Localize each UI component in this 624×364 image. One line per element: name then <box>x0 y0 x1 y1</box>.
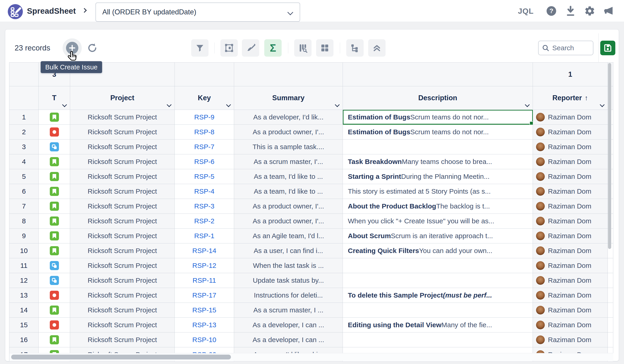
description-cell[interactable] <box>343 139 533 154</box>
column-menu-chevron-icon[interactable] <box>600 102 605 107</box>
project-cell[interactable]: Ricksoft Scrum Project <box>70 273 175 288</box>
issue-type-cell[interactable] <box>39 333 70 347</box>
project-cell[interactable]: Ricksoft Scrum Project <box>70 333 175 347</box>
project-cell[interactable]: Ricksoft Scrum Project <box>70 303 175 318</box>
key-cell[interactable]: RSP-13 <box>175 318 234 333</box>
summary-cell[interactable]: As an Agile team, I'd l... <box>234 229 343 243</box>
key-cell[interactable]: RSP-2 <box>175 214 234 229</box>
header-corner-cell[interactable] <box>9 86 39 110</box>
refresh-button[interactable] <box>87 43 98 53</box>
project-cell[interactable]: Ricksoft Scrum Project <box>70 169 175 184</box>
description-cell[interactable]: This story is estimated at 5 Story Point… <box>343 184 533 199</box>
issue-key-link[interactable]: RSP-12 <box>192 262 216 269</box>
project-cell[interactable]: Ricksoft Scrum Project <box>70 199 175 214</box>
summary-cell[interactable]: Instructions for deleti... <box>234 288 343 303</box>
horizontal-scrollbar[interactable] <box>11 355 231 360</box>
description-cell[interactable]: Estimation of Bugs Scrum teams do not no… <box>343 110 533 125</box>
reporter-cell[interactable]: Raziman Dom <box>533 139 608 154</box>
reporter-cell[interactable]: Raziman Dom <box>533 125 608 139</box>
key-cell[interactable]: RSP-5 <box>175 169 234 184</box>
description-cell[interactable] <box>343 333 533 347</box>
description-cell[interactable] <box>343 273 533 288</box>
reporter-cell[interactable]: Raziman Dom <box>533 243 608 258</box>
issue-key-link[interactable]: RSP-17 <box>192 291 216 299</box>
key-cell[interactable]: RSP-15 <box>175 303 234 318</box>
saved-filter-select[interactable]: All (ORDER BY updatedDate) <box>96 2 300 22</box>
issue-key-link[interactable]: RSP-10 <box>192 336 216 344</box>
issue-key-link[interactable]: RSP-4 <box>194 187 214 195</box>
freeze-panes-button[interactable] <box>220 39 238 57</box>
summary-cell[interactable]: As a product owner, I'... <box>234 199 343 214</box>
row-number-cell[interactable]: 15 <box>9 318 39 333</box>
column-menu-chevron-icon[interactable] <box>226 102 231 107</box>
issue-type-cell[interactable] <box>39 139 70 154</box>
card-view-button[interactable] <box>316 39 334 57</box>
description-cell[interactable]: Starting a Sprint During the Planning Me… <box>343 169 533 184</box>
summary-cell[interactable]: As a product owner, I'... <box>234 125 343 139</box>
settings-button[interactable] <box>583 0 597 22</box>
summary-cell[interactable]: As a developer, I'd lik... <box>234 110 343 125</box>
stats-cell[interactable] <box>175 63 234 86</box>
reporter-cell[interactable]: Raziman Dom <box>533 318 608 333</box>
reporter-cell[interactable]: Raziman Dom <box>533 258 608 273</box>
summary-cell[interactable]: As a user, I can find i... <box>234 243 343 258</box>
export-button[interactable] <box>564 0 577 22</box>
help-button[interactable]: ? <box>545 0 558 22</box>
row-number-cell[interactable]: 4 <box>9 154 39 169</box>
column-header-description[interactable]: Description <box>343 86 533 110</box>
reporter-cell[interactable]: Raziman Dom <box>533 184 608 199</box>
summary-cell[interactable]: As a scrum master, I ... <box>234 303 343 318</box>
row-number-cell[interactable]: 7 <box>9 199 39 214</box>
row-number-cell[interactable]: 10 <box>9 243 39 258</box>
key-cell[interactable]: RSP-11 <box>175 273 234 288</box>
issue-key-link[interactable]: RSP-11 <box>193 277 216 284</box>
row-number-cell[interactable]: 3 <box>9 139 39 154</box>
project-cell[interactable]: Ricksoft Scrum Project <box>70 318 175 333</box>
row-number-cell[interactable]: 9 <box>9 229 39 243</box>
summary-cell[interactable]: This is a sample task.... <box>234 139 343 154</box>
issue-type-cell[interactable] <box>39 303 70 318</box>
reporter-cell[interactable]: Raziman Dom <box>533 288 608 303</box>
description-cell[interactable]: When you click "+ Create Issue" you will… <box>343 214 533 229</box>
project-cell[interactable]: Ricksoft Scrum Project <box>70 139 175 154</box>
issue-type-cell[interactable] <box>39 318 70 333</box>
search-input[interactable] <box>552 44 589 52</box>
summary-cell[interactable]: As a product owner, I'... <box>234 214 343 229</box>
key-cell[interactable]: RSP-10 <box>175 333 234 347</box>
jql-button[interactable]: JQL <box>517 0 535 22</box>
reporter-cell[interactable]: Raziman Dom <box>533 110 608 125</box>
description-cell[interactable]: To delete this Sample Project (must be p… <box>343 288 533 303</box>
project-cell[interactable]: Ricksoft Scrum Project <box>70 229 175 243</box>
description-cell[interactable] <box>343 303 533 318</box>
reporter-cell[interactable]: Raziman Dom <box>533 154 608 169</box>
row-number-cell[interactable]: 16 <box>9 333 39 347</box>
conditional-format-button[interactable] <box>242 39 259 57</box>
key-cell[interactable]: RSP-3 <box>175 199 234 214</box>
key-cell[interactable]: RSP-6 <box>175 154 234 169</box>
description-cell[interactable]: Task Breakdown Many teams choose to brea… <box>343 154 533 169</box>
column-menu-chevron-icon[interactable] <box>525 102 530 107</box>
reporter-cell[interactable]: Raziman Dom <box>533 199 608 214</box>
reporter-cell[interactable]: Raziman Dom <box>533 333 608 347</box>
summary-cell[interactable]: Update task status by... <box>234 273 343 288</box>
description-cell[interactable]: Editing using the Detail View Many of th… <box>343 318 533 333</box>
issue-type-cell[interactable] <box>39 214 70 229</box>
stats-cell[interactable] <box>234 63 343 86</box>
column-header-type[interactable]: T <box>39 86 70 110</box>
issue-key-link[interactable]: RSP-15 <box>192 306 216 314</box>
issue-type-cell[interactable] <box>39 184 70 199</box>
key-cell[interactable]: RSP-14 <box>175 243 234 258</box>
reporter-cell[interactable]: Raziman Dom <box>533 273 608 288</box>
stats-corner-cell[interactable] <box>9 63 39 86</box>
description-cell[interactable]: About the Product Backlog The backlog is… <box>343 199 533 214</box>
key-cell[interactable]: RSP-9 <box>175 110 234 125</box>
stats-cell[interactable] <box>343 63 533 86</box>
key-cell[interactable]: RSP-17 <box>175 288 234 303</box>
search-field[interactable] <box>538 41 593 55</box>
issue-key-link[interactable]: RSP-13 <box>192 321 216 329</box>
column-header-reporter[interactable]: Reporter↑ <box>533 86 608 110</box>
summary-cell[interactable]: As a developer, I can ... <box>234 333 343 347</box>
reporter-cell[interactable]: Raziman Dom <box>533 303 608 318</box>
issue-type-cell[interactable] <box>39 243 70 258</box>
issue-key-link[interactable]: RSP-8 <box>194 128 214 136</box>
